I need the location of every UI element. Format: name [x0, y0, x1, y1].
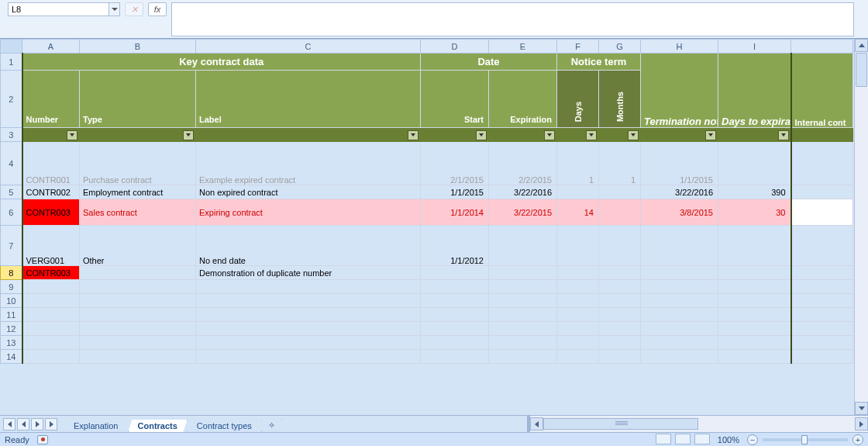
cell-number[interactable]: CONTR001 — [22, 142, 80, 185]
vertical-scrollbar[interactable] — [854, 39, 868, 415]
scrollbar-thumb[interactable] — [856, 53, 867, 87]
cell-label[interactable]: Expiring contract — [196, 199, 421, 226]
table-row[interactable]: 12 — [1, 322, 853, 336]
col-header-H[interactable]: H — [641, 40, 718, 54]
cell-exp[interactable] — [489, 266, 557, 280]
cell-months[interactable] — [599, 266, 641, 280]
row-header-12[interactable]: 12 — [1, 322, 22, 336]
cell-term[interactable]: 3/8/2015 — [641, 199, 718, 226]
cell-term[interactable] — [641, 226, 718, 266]
cell-months[interactable] — [599, 185, 641, 199]
filter-button-D[interactable] — [476, 130, 487, 140]
cell-type[interactable]: Other — [80, 226, 196, 266]
tab-nav-prev[interactable] — [17, 418, 29, 430]
cell-months[interactable] — [599, 199, 641, 226]
select-all-corner[interactable] — [1, 40, 22, 54]
row-header-10[interactable]: 10 — [1, 294, 22, 308]
cell-label[interactable]: Non expired contract — [196, 185, 421, 199]
table-row[interactable]: 10 — [1, 294, 853, 308]
cell-start[interactable]: 1/1/2012 — [421, 226, 489, 266]
cell-term[interactable] — [641, 266, 718, 280]
cell-type[interactable]: Purchase contract — [80, 142, 196, 185]
cell-exp[interactable] — [489, 226, 557, 266]
row-header-6[interactable]: 6 — [1, 199, 22, 226]
cell-days[interactable]: 14 — [557, 199, 599, 226]
col-header-F[interactable]: F — [557, 40, 599, 54]
cell-dte[interactable] — [718, 266, 791, 280]
cell-label[interactable]: Example expired contract — [196, 142, 421, 185]
cell-number[interactable]: CONTR003 — [22, 266, 80, 280]
filter-button-B[interactable] — [183, 130, 194, 140]
row-header-4[interactable]: 4 — [1, 142, 22, 185]
cell-start[interactable]: 2/1/2015 — [421, 142, 489, 185]
horizontal-scrollbar[interactable] — [527, 416, 868, 432]
row-header-14[interactable]: 14 — [1, 350, 22, 364]
col-header-G[interactable]: G — [599, 40, 641, 54]
table-row[interactable]: 11 — [1, 308, 853, 322]
cell-days[interactable] — [557, 266, 599, 280]
cell-start[interactable] — [421, 266, 489, 280]
zoom-in-button[interactable]: + — [852, 434, 863, 445]
tab-contract-types[interactable]: Contract types — [187, 420, 262, 433]
row-header-8[interactable]: 8 — [1, 266, 22, 280]
cell-days[interactable] — [557, 226, 599, 266]
view-normal-button[interactable] — [656, 434, 671, 444]
row-header-13[interactable]: 13 — [1, 336, 22, 350]
table-row[interactable]: 9 — [1, 280, 853, 294]
col-header-more[interactable] — [791, 40, 853, 54]
table-row[interactable]: 4 CONTR001 Purchase contract Example exp… — [1, 142, 853, 185]
cell-number[interactable]: CONTR002 — [22, 185, 80, 199]
scroll-left-button[interactable] — [530, 417, 543, 430]
col-header-I[interactable]: I — [718, 40, 791, 54]
cell-days[interactable]: 1 — [557, 142, 599, 185]
cell-exp[interactable]: 3/22/2015 — [489, 199, 557, 226]
formula-input[interactable] — [171, 2, 854, 36]
col-header-D[interactable]: D — [421, 40, 489, 54]
cell-dte[interactable] — [718, 142, 791, 185]
view-page-layout-button[interactable] — [675, 434, 691, 444]
filter-button-C[interactable] — [408, 130, 418, 140]
name-box[interactable]: L8 — [8, 2, 109, 16]
cell-months[interactable]: 1 — [599, 142, 641, 185]
filter-button-H[interactable] — [705, 130, 716, 140]
zoom-slider-thumb[interactable] — [801, 435, 808, 444]
cell-term[interactable]: 3/22/2016 — [641, 185, 718, 199]
table-row[interactable]: 6 CONTR003 Sales contract Expiring contr… — [1, 199, 853, 226]
row-header-7[interactable]: 7 — [1, 226, 22, 266]
cell-term[interactable]: 1/1/2015 — [641, 142, 718, 185]
tab-nav-first[interactable] — [3, 418, 16, 430]
col-header-B[interactable]: B — [80, 40, 196, 54]
col-header-E[interactable]: E — [489, 40, 557, 54]
scroll-track[interactable] — [543, 417, 855, 430]
cell-type[interactable]: Employment contract — [80, 185, 196, 199]
cell-start[interactable]: 1/1/2015 — [421, 185, 489, 199]
cell-exp[interactable]: 2/2/2015 — [489, 142, 557, 185]
cell-months[interactable] — [599, 226, 641, 266]
grid-table[interactable]: A B C D E F G H I 1 Key contract data Da… — [0, 39, 853, 364]
name-box-dropdown[interactable] — [109, 2, 120, 16]
scroll-right-button[interactable] — [855, 417, 868, 430]
row-header-11[interactable]: 11 — [1, 308, 22, 322]
view-page-break-button[interactable] — [694, 434, 710, 444]
scroll-up-button[interactable] — [855, 39, 868, 52]
table-row[interactable]: 13 — [1, 336, 853, 350]
scrollbar-thumb[interactable] — [543, 418, 698, 430]
cell-dte[interactable] — [718, 226, 791, 266]
tab-explanation[interactable]: Explanation — [64, 420, 129, 433]
filter-button-G[interactable] — [628, 130, 639, 140]
zoom-out-button[interactable]: − — [747, 434, 758, 445]
cell-label[interactable]: Demonstration of duplicate number — [196, 266, 421, 280]
cell-number[interactable]: VERG001 — [22, 226, 80, 266]
row-header-3[interactable]: 3 — [1, 128, 22, 142]
filter-button-I[interactable] — [778, 130, 789, 140]
cell-type[interactable] — [80, 266, 196, 280]
tab-new-sheet[interactable]: ✧ — [261, 419, 282, 433]
scroll-down-button[interactable] — [855, 402, 868, 415]
cell-type[interactable]: Sales contract — [80, 199, 196, 226]
filter-button-A[interactable] — [67, 130, 78, 140]
insert-function-button[interactable]: fx — [148, 2, 167, 16]
tab-nav-next[interactable] — [31, 418, 43, 430]
cell-label[interactable]: No end date — [196, 226, 421, 266]
row-header-1[interactable]: 1 — [1, 54, 22, 71]
row-header-9[interactable]: 9 — [1, 280, 22, 294]
